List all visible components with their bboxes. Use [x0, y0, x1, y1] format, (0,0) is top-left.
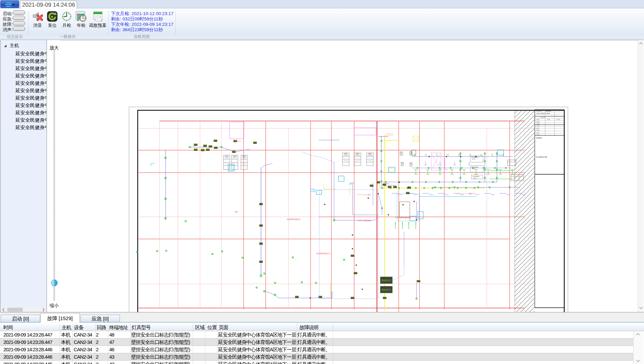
svg-text:电 气: 电 气: [536, 127, 539, 129]
svg-text:动 力: 动 力: [536, 132, 539, 133]
svg-text:应急照明线路走向: 应急照明线路走向: [316, 252, 330, 255]
svg-text:AL-E1: AL-E1: [473, 178, 477, 179]
svg-text:安全出口: 安全出口: [382, 279, 391, 282]
svg-text:会 签 栏: 会 签 栏: [540, 117, 545, 118]
svg-text:安全疏散指示图: 安全疏散指示图: [536, 156, 547, 158]
svg-text:设备图例: 设备图例: [536, 137, 542, 139]
svg-text:平面图: 平面图: [546, 113, 550, 114]
svg-text:图纸编号: 图纸编号: [546, 110, 551, 112]
svg-text:AL-E1: AL-E1: [472, 159, 476, 160]
svg-text:姓 名: 姓 名: [547, 119, 550, 120]
svg-text:B1F: B1F: [235, 211, 238, 213]
svg-text:延安全民健身中: 延安全民健身中: [536, 113, 546, 114]
svg-text:引至AL-E2配电箱: 引至AL-E2配电箱: [358, 220, 371, 222]
svg-text:设计单位: 设计单位: [536, 110, 542, 112]
svg-text:AL-E1: AL-E1: [472, 168, 476, 170]
svg-text:暖 通: 暖 通: [536, 129, 539, 131]
svg-text:建 筑: 建 筑: [536, 121, 539, 123]
svg-text:应急照明配电: 应急照明配电: [471, 157, 478, 158]
svg-text:引至应急照明配电箱: 引至应急照明配电箱: [395, 217, 411, 219]
svg-text:专 业: 专 业: [536, 119, 539, 120]
svg-text:应急照明线路走向: 应急照明线路走向: [287, 218, 301, 221]
svg-text:应急照明配电: 应急照明配电: [472, 176, 479, 177]
svg-text:日 期: 日 期: [557, 119, 560, 120]
svg-text:安全出口: 安全出口: [382, 288, 391, 291]
svg-text:应急照明配电: 应急照明配电: [471, 166, 478, 168]
svg-text:给 排: 给 排: [536, 125, 539, 127]
svg-text:审 定: 审 定: [536, 134, 539, 135]
